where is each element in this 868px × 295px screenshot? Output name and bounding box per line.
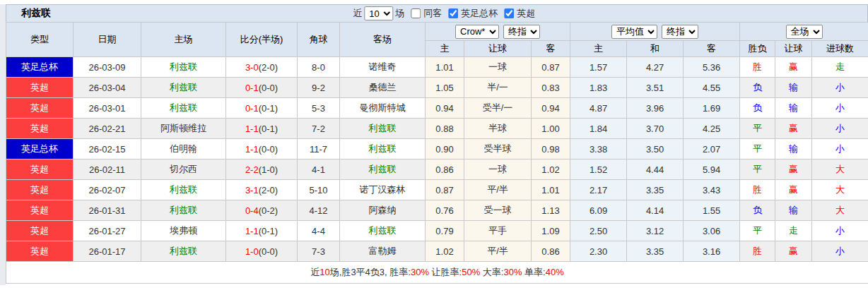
away-team-cell: 利兹联 <box>340 159 426 180</box>
home-team-cell: 阿斯顿维拉 <box>141 119 226 139</box>
handicap-result: 输 <box>775 139 812 159</box>
summary-segment: 30% <box>411 267 429 277</box>
winlose-result: 负 <box>740 98 775 119</box>
summary-segment: 10 <box>319 267 329 277</box>
summary-text: 近10场,胜3平4负3, 胜率:30% 让胜率:50% 大率:30% 单率:40… <box>6 262 868 284</box>
handicap-line: 受一球 <box>464 200 532 221</box>
score-cell: 1-0(0-0) <box>226 241 298 262</box>
summary-segment: 30% <box>503 267 522 277</box>
date-cell: 26-01-17 <box>74 241 141 262</box>
date-cell: 26-02-21 <box>74 119 141 139</box>
away-team-cell: 曼彻斯特城 <box>340 98 426 119</box>
asian-home-odds: 1.01 <box>426 57 464 78</box>
asian-odds-group-header: Crow* 终指 <box>426 23 570 41</box>
fulltime-score: 1-0 <box>245 246 259 257</box>
goals-result: 走 <box>812 57 868 78</box>
asian-away-odds: 1.00 <box>532 119 570 139</box>
fulltime-score: 1-1 <box>245 144 259 155</box>
handicap-line: 受半/一 <box>464 98 532 119</box>
score-cell: 0-1(0-1) <box>226 98 298 119</box>
match-count-select[interactable]: 10 <box>364 6 393 20</box>
summary-segment: 单率: <box>522 267 545 277</box>
euro-away-odds: 4.25 <box>684 119 740 139</box>
summary-segment: 近 <box>310 267 319 277</box>
home-team-cell: 利兹联 <box>141 180 226 200</box>
handicap-result: 赢 <box>775 57 812 78</box>
asian-home-odds: 1.02 <box>426 241 464 262</box>
summary-segment: 大率: <box>480 267 503 277</box>
score-cell: 2-2(1-0) <box>226 159 298 180</box>
euro-draw-odds: 3.50 <box>627 139 684 159</box>
asian-bookmaker-select[interactable]: Crow* <box>455 25 499 39</box>
table-row: 英足总杯 26-02-15 伯明翰 1-1(0-0) 11-7 利兹联 0.90… <box>6 139 868 159</box>
same-away-checkbox[interactable] <box>411 8 421 18</box>
euro-home-odds: 2.30 <box>570 241 627 262</box>
corner-cell: 11-7 <box>298 139 340 159</box>
euro-draw-odds: 4.44 <box>627 159 684 180</box>
subcol-asian-home: 主 <box>426 41 464 57</box>
euro-draw-odds: 3.35 <box>627 180 684 200</box>
goals-result: 大 <box>812 180 868 200</box>
asian-home-odds: 0.90 <box>426 139 464 159</box>
score-cell: 0-4(0-2) <box>226 200 298 221</box>
fulltime-score: 1-1 <box>245 226 259 236</box>
euro-home-odds: 3.38 <box>570 139 627 159</box>
league-type-badge: 英超 <box>6 119 74 139</box>
euro-draw-odds: 3.70 <box>627 119 684 139</box>
handicap-result: 赢 <box>775 159 812 180</box>
home-team-cell: 利兹联 <box>141 200 226 221</box>
table-row: 英超 26-01-31 利兹联 0-4(0-2) 4-12 阿森纳 0.76 受… <box>6 200 868 221</box>
away-team-cell: 利兹联 <box>340 221 426 241</box>
asian-away-odds: 0.94 <box>532 98 570 119</box>
halftime-score: (2-0) <box>259 185 278 195</box>
asian-stage-select[interactable]: 终指 <box>503 25 540 39</box>
winlose-result: 平 <box>740 119 775 139</box>
euro-draw-odds: 3.51 <box>627 78 684 98</box>
euro-draw-odds: 4.27 <box>627 57 684 78</box>
corner-cell: 8-0 <box>298 57 340 78</box>
asian-away-odds: 1.02 <box>532 159 570 180</box>
winlose-result: 平 <box>740 139 775 159</box>
asian-away-odds: 0.98 <box>532 139 570 159</box>
col-header-corner: 角球 <box>298 23 340 57</box>
summary-segment: 40% <box>546 267 564 277</box>
halftime-score: (0-1) <box>259 226 278 236</box>
asian-home-odds: 0.79 <box>426 221 464 241</box>
scope-select[interactable]: 全场 <box>786 25 823 39</box>
subcol-goals: 进球数 <box>812 41 868 57</box>
handicap-result: 输 <box>775 78 812 98</box>
fulltime-score: 0-4 <box>245 205 259 216</box>
euro-away-odds: 3.06 <box>684 221 740 241</box>
league-type-badge: 英超 <box>6 78 74 98</box>
facup-checkbox[interactable] <box>448 8 458 18</box>
halftime-score: (0-2) <box>259 205 278 216</box>
corner-cell: 4-4 <box>298 221 340 241</box>
handicap-line: 一球 <box>464 159 532 180</box>
league-type-badge: 英超 <box>6 180 74 200</box>
halftime-score: (0-1) <box>259 124 278 134</box>
handicap-result: 输 <box>775 200 812 221</box>
epl-checkbox[interactable] <box>504 8 514 18</box>
winlose-result: 胜 <box>740 57 775 78</box>
euro-stage-select[interactable]: 终指 <box>662 25 698 39</box>
handicap-result: 赢 <box>775 241 812 262</box>
summary-segment: 场,胜3平4负3, 胜率: <box>330 267 411 277</box>
left-gutter <box>0 4 6 285</box>
euro-draw-odds: 4.14 <box>627 200 684 221</box>
score-cell: 3-1(2-0) <box>226 180 298 200</box>
home-team-cell: 切尔西 <box>141 159 226 180</box>
away-team-cell: 利兹联 <box>340 139 426 159</box>
handicap-result: 赢 <box>775 119 812 139</box>
handicap-result: 输 <box>775 98 812 119</box>
table-row: 英超 26-01-27 埃弗顿 1-1(0-1) 4-4 利兹联 0.79 平手… <box>6 221 868 241</box>
winlose-result: 平 <box>740 159 775 180</box>
subcol-handicap: 让球 <box>464 41 532 57</box>
col-header-type: 类型 <box>6 23 74 57</box>
halftime-score: (0-0) <box>259 83 278 93</box>
euro-bookmaker-select[interactable]: 平均值 <box>611 25 657 39</box>
euro-home-odds: 2.17 <box>570 180 627 200</box>
halftime-score: (1-0) <box>259 164 278 175</box>
score-cell: 1-1(0-0) <box>226 139 298 159</box>
away-team-cell: 桑德兰 <box>340 78 426 98</box>
date-cell: 26-02-07 <box>74 180 141 200</box>
